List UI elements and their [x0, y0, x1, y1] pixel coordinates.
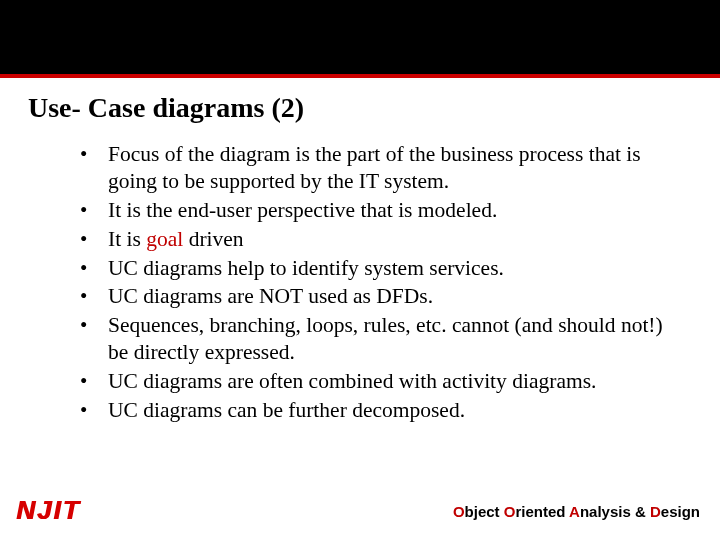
- list-item: UC diagrams can be further decomposed.: [80, 396, 672, 425]
- list-item: UC diagrams are often combined with acti…: [80, 367, 672, 396]
- bullet-text: UC diagrams are NOT used as DFDs.: [108, 284, 433, 308]
- bullet-text: driven: [183, 227, 243, 251]
- list-item: It is the end-user perspective that is m…: [80, 196, 672, 225]
- top-black-bar: [0, 0, 720, 78]
- footer-subtitle: Object Oriented Analysis & Design: [453, 503, 700, 520]
- njit-logo: NJIT: [16, 495, 80, 526]
- bullet-text: It is the end-user perspective that is m…: [108, 198, 497, 222]
- footer-letter: A: [569, 503, 580, 520]
- list-item: It is goal driven: [80, 225, 672, 254]
- bullet-text: It is: [108, 227, 146, 251]
- list-item: UC diagrams help to identify system serv…: [80, 254, 672, 283]
- list-item: Sequences, branching, loops, rules, etc.…: [80, 311, 672, 367]
- slide-title: Use- Case diagrams (2): [0, 78, 720, 134]
- bullet-text: UC diagrams help to identify system serv…: [108, 256, 504, 280]
- footer-text: esign: [661, 503, 700, 520]
- footer-letter: D: [650, 503, 661, 520]
- bullet-emphasis: goal: [146, 227, 183, 251]
- footer-text: nalysis &: [580, 503, 650, 520]
- list-item: Focus of the diagram is the part of the …: [80, 140, 672, 196]
- slide-body: Focus of the diagram is the part of the …: [0, 134, 720, 425]
- footer-text: bject: [465, 503, 504, 520]
- footer-letter: O: [453, 503, 465, 520]
- bullet-text: Sequences, branching, loops, rules, etc.…: [108, 313, 663, 364]
- bullet-list: Focus of the diagram is the part of the …: [80, 140, 672, 425]
- footer-text: riented: [515, 503, 569, 520]
- bullet-text: UC diagrams can be further decomposed.: [108, 398, 465, 422]
- list-item: UC diagrams are NOT used as DFDs.: [80, 282, 672, 311]
- footer-letter: O: [504, 503, 516, 520]
- bullet-text: UC diagrams are often combined with acti…: [108, 369, 596, 393]
- bullet-text: Focus of the diagram is the part of the …: [108, 142, 641, 193]
